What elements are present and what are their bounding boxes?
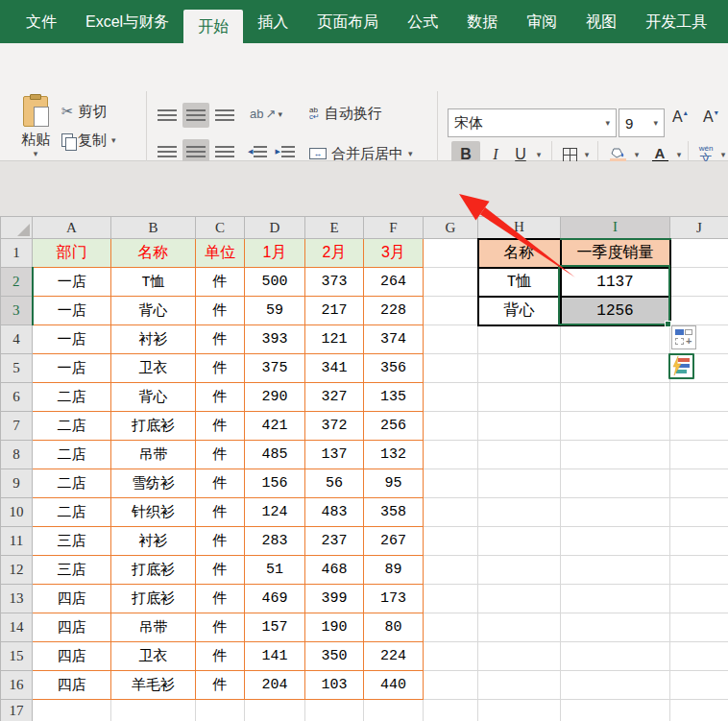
tab-data[interactable]: 数据 bbox=[452, 0, 512, 43]
cell-J7[interactable] bbox=[670, 412, 728, 441]
row-header-14[interactable]: 14 bbox=[1, 613, 33, 642]
cell-G4[interactable] bbox=[424, 325, 478, 354]
font-name-combo[interactable]: 宋体 ▾ bbox=[448, 108, 617, 137]
cell-A14[interactable]: 四店 bbox=[33, 613, 111, 642]
row-header-8[interactable]: 8 bbox=[1, 441, 33, 469]
cell-A12[interactable]: 三店 bbox=[33, 556, 111, 585]
cell-B13[interactable]: 打底衫 bbox=[111, 585, 196, 613]
cell-D6[interactable]: 290 bbox=[245, 383, 305, 412]
cell-G6[interactable] bbox=[424, 383, 478, 412]
cell-I8[interactable] bbox=[561, 441, 670, 469]
cell-E10[interactable]: 483 bbox=[305, 498, 364, 527]
select-all-corner[interactable] bbox=[1, 217, 33, 239]
cell-I14[interactable] bbox=[561, 613, 670, 642]
cell-F9[interactable]: 95 bbox=[364, 469, 424, 498]
tab-excel-finance[interactable]: Excel与财务 bbox=[71, 0, 183, 43]
tab-help[interactable]: 帮助 bbox=[721, 0, 728, 43]
cell-F10[interactable]: 358 bbox=[364, 498, 424, 527]
cell-D11[interactable]: 283 bbox=[245, 527, 305, 556]
cell-C17[interactable] bbox=[196, 700, 245, 721]
cell-H15[interactable] bbox=[478, 642, 561, 671]
cell-J10[interactable] bbox=[670, 498, 728, 527]
cell-I10[interactable] bbox=[561, 498, 670, 527]
cell-F6[interactable]: 135 bbox=[364, 383, 424, 412]
cell-B2[interactable]: T恤 bbox=[111, 268, 196, 297]
col-header-C[interactable]: C bbox=[196, 217, 245, 239]
cell-A7[interactable]: 二店 bbox=[33, 412, 111, 441]
cell-I5[interactable] bbox=[561, 354, 670, 383]
col-header-H[interactable]: H bbox=[478, 217, 561, 239]
align-middle-button[interactable] bbox=[182, 103, 209, 128]
cell-F16[interactable]: 440 bbox=[364, 671, 424, 700]
cell-D3[interactable]: 59 bbox=[245, 297, 305, 325]
cell-G12[interactable] bbox=[424, 556, 478, 585]
cell-E6[interactable]: 327 bbox=[305, 383, 364, 412]
col-header-E[interactable]: E bbox=[305, 217, 364, 239]
cell-A9[interactable]: 二店 bbox=[33, 469, 111, 498]
cell-H7[interactable] bbox=[478, 412, 561, 441]
cell-C10[interactable]: 件 bbox=[196, 498, 245, 527]
cell-F14[interactable]: 80 bbox=[364, 613, 424, 642]
cell-J8[interactable] bbox=[670, 441, 728, 469]
row-header-5[interactable]: 5 bbox=[1, 354, 33, 383]
cell-F13[interactable]: 173 bbox=[364, 585, 424, 613]
cell-H2[interactable]: T恤 bbox=[478, 268, 561, 297]
cell-I12[interactable] bbox=[561, 556, 670, 585]
cell-E4[interactable]: 121 bbox=[305, 325, 364, 354]
cell-G2[interactable] bbox=[424, 268, 478, 297]
cell-E14[interactable]: 190 bbox=[305, 613, 364, 642]
cell-E9[interactable]: 56 bbox=[305, 469, 364, 498]
row-header-2[interactable]: 2 bbox=[1, 268, 33, 297]
cell-D2[interactable]: 500 bbox=[245, 268, 305, 297]
cell-C2[interactable]: 件 bbox=[196, 268, 245, 297]
cell-B16[interactable]: 羊毛衫 bbox=[111, 671, 196, 700]
cell-G16[interactable] bbox=[424, 671, 478, 700]
cell-I7[interactable] bbox=[561, 412, 670, 441]
cell-G1[interactable] bbox=[424, 239, 478, 268]
cell-A16[interactable]: 四店 bbox=[33, 671, 111, 700]
row-header-12[interactable]: 12 bbox=[1, 556, 33, 585]
cell-I6[interactable] bbox=[561, 383, 670, 412]
fill-handle[interactable] bbox=[665, 321, 671, 327]
cell-F12[interactable]: 89 bbox=[364, 556, 424, 585]
cell-G10[interactable] bbox=[424, 498, 478, 527]
autofill-options-button[interactable]: + bbox=[671, 325, 696, 349]
cell-B8[interactable]: 吊带 bbox=[111, 441, 196, 469]
grow-font-button[interactable]: A▴ bbox=[672, 108, 688, 126]
row-header-7[interactable]: 7 bbox=[1, 412, 33, 441]
cell-H11[interactable] bbox=[478, 527, 561, 556]
row-header-10[interactable]: 10 bbox=[1, 498, 33, 527]
cell-C7[interactable]: 件 bbox=[196, 412, 245, 441]
cell-A13[interactable]: 四店 bbox=[33, 585, 111, 613]
row-header-15[interactable]: 15 bbox=[1, 642, 33, 671]
cell-A11[interactable]: 三店 bbox=[33, 527, 111, 556]
cell-C16[interactable]: 件 bbox=[196, 671, 245, 700]
cell-C9[interactable]: 件 bbox=[196, 469, 245, 498]
quick-analysis-button[interactable] bbox=[668, 353, 694, 379]
row-header-17[interactable]: 17 bbox=[1, 700, 33, 721]
cell-J13[interactable] bbox=[670, 585, 728, 613]
cell-F8[interactable]: 132 bbox=[364, 441, 424, 469]
cell-A4[interactable]: 一店 bbox=[33, 325, 111, 354]
cell-I4[interactable] bbox=[561, 325, 670, 354]
cell-H12[interactable] bbox=[478, 556, 561, 585]
cell-I16[interactable] bbox=[561, 671, 670, 700]
cell-E2[interactable]: 373 bbox=[305, 268, 364, 297]
cell-E12[interactable]: 468 bbox=[305, 556, 364, 585]
cell-H14[interactable] bbox=[478, 613, 561, 642]
cell-G5[interactable] bbox=[424, 354, 478, 383]
wrap-text-button[interactable]: abc↵ 自动换行 bbox=[309, 101, 382, 126]
tab-file[interactable]: 文件 bbox=[12, 0, 71, 43]
cell-C15[interactable]: 件 bbox=[196, 642, 245, 671]
cell-H9[interactable] bbox=[478, 469, 561, 498]
cell-G13[interactable] bbox=[424, 585, 478, 613]
cell-F4[interactable]: 374 bbox=[364, 325, 424, 354]
cell-B11[interactable]: 衬衫 bbox=[111, 527, 196, 556]
cell-D5[interactable]: 375 bbox=[245, 354, 305, 383]
cell-D9[interactable]: 156 bbox=[245, 469, 305, 498]
cell-G8[interactable] bbox=[424, 441, 478, 469]
cell-G14[interactable] bbox=[424, 613, 478, 642]
cell-D16[interactable]: 204 bbox=[245, 671, 305, 700]
cell-E3[interactable]: 217 bbox=[305, 297, 364, 325]
cell-D14[interactable]: 157 bbox=[245, 613, 305, 642]
